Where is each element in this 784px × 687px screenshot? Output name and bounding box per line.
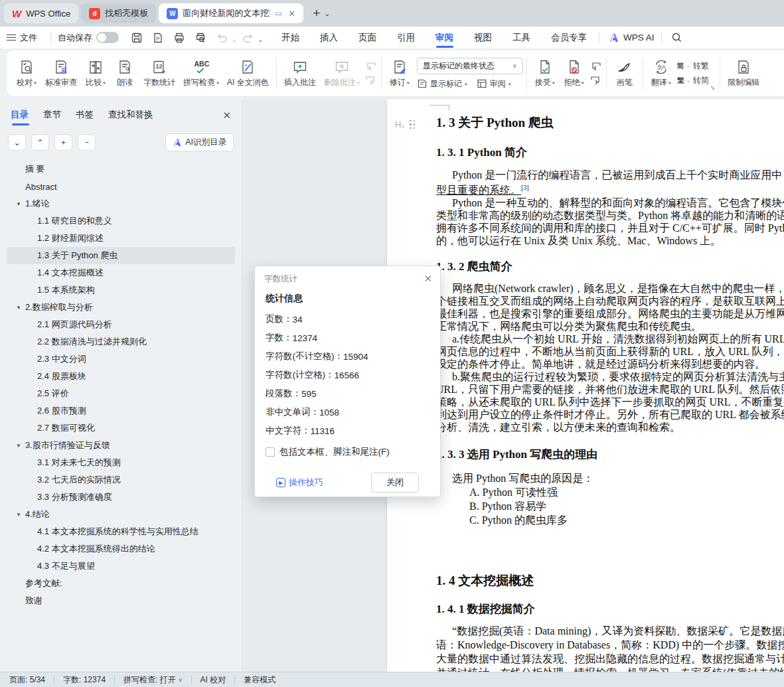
toc-item[interactable]: 3.3 分析预测准确度 xyxy=(7,489,235,506)
toc-collapse-down-button[interactable]: ⌄ xyxy=(8,134,26,151)
sidebar-tab-书签[interactable]: 书签 xyxy=(76,109,94,127)
export-pdf-icon[interactable]: P xyxy=(149,31,167,45)
toc-item[interactable]: 3.2 七天后的实际情况 xyxy=(7,471,235,489)
toc-collapse-up-button[interactable]: ⌃ xyxy=(31,134,49,151)
status-item[interactable]: 字数: 12374 xyxy=(63,674,106,686)
toc-collapse-button[interactable]: － xyxy=(78,134,96,151)
include-footnotes-checkbox-row[interactable]: 包括文本框、脚注和尾注(F) xyxy=(266,446,430,458)
word-count-button[interactable]: 12 字数统计 xyxy=(139,56,179,91)
toc-item[interactable]: 2.6 股市预测 xyxy=(7,402,235,420)
toc-item[interactable]: 4.2 本文本挖掘系统得出的结论 xyxy=(7,540,235,558)
to-simplified-button[interactable]: 繁→ 转简 xyxy=(677,75,709,86)
toc-item[interactable]: 1.2 财经新闻综述 xyxy=(7,230,235,247)
tab-list-chevron-icon[interactable]: ⌄ xyxy=(324,9,330,18)
tab-close-icon[interactable]: ✕ xyxy=(288,9,295,19)
heading-level-badge[interactable]: H₂ xyxy=(395,117,416,132)
review-pane-button[interactable]: 审阅▾ xyxy=(477,78,511,90)
sidebar-tab-章节[interactable]: 章节 xyxy=(43,109,61,127)
hamburger-menu-icon[interactable] xyxy=(7,33,16,42)
reject-button[interactable]: 拒绝▾ xyxy=(560,56,589,91)
toc-item[interactable]: Abstract xyxy=(7,178,235,195)
toc-item[interactable]: ▼1.绪论 xyxy=(7,195,235,212)
track-changes-button[interactable]: 修订▾ xyxy=(385,56,414,91)
toc-item[interactable]: ▼3.股市行情验证与反馈 xyxy=(7,437,235,454)
tab-document-active[interactable]: W 面向财经新闻的文本挖掘系统 ▭ ✕ xyxy=(159,3,303,23)
save-icon[interactable] xyxy=(128,31,145,45)
undo-chevron-icon[interactable]: ⌄ xyxy=(232,37,237,43)
previous-comment-icon[interactable] xyxy=(365,62,376,72)
status-item[interactable]: AI 校对 xyxy=(200,674,226,686)
toc-item[interactable]: 1.5 本系统架构 xyxy=(7,281,235,299)
toc-item[interactable]: 1.3 关于 Python 爬虫 xyxy=(7,247,235,264)
toc-item[interactable]: 参考文献: xyxy=(7,575,235,592)
toc-expand-button[interactable]: ＋ xyxy=(54,134,72,151)
tab-window-icon[interactable]: ▭ xyxy=(275,9,282,17)
menu-tab-开始[interactable]: 开始 xyxy=(280,27,301,48)
print-icon[interactable] xyxy=(171,31,188,45)
expand-arrow-icon[interactable]: ▼ xyxy=(16,201,21,207)
status-item[interactable]: 拼写检查: 打开∨ xyxy=(123,674,183,686)
toc-item[interactable]: ▼2.数据榨取与分析 xyxy=(7,299,235,316)
markup-state-dropdown[interactable]: 显示标记的最终状态 ∨ xyxy=(417,58,523,74)
toc-item[interactable]: 2.2 数据清洗与过滤并规则化 xyxy=(7,333,235,350)
close-button[interactable]: 关闭 xyxy=(371,473,419,493)
toc-item[interactable]: 2.1 网页源代码分析 xyxy=(7,316,235,333)
delete-comment-button[interactable]: 删除批注▾ xyxy=(320,56,364,91)
dialog-close-icon[interactable]: ✕ xyxy=(424,273,432,285)
status-item[interactable]: 页面: 5/34 xyxy=(9,674,45,686)
to-traditional-button[interactable]: 简→ 转繁 xyxy=(677,60,709,72)
spell-check-button[interactable]: ABC 拼写检查▾ xyxy=(179,56,223,91)
menu-tab-视图[interactable]: 视图 xyxy=(473,27,493,48)
tips-link[interactable]: ▶ 操作技巧 xyxy=(276,477,323,489)
toc-item[interactable]: 4.1 本文本挖掘系统的科学性与实用性总结 xyxy=(7,523,235,540)
toc-item[interactable]: ▼4.结论 xyxy=(7,506,235,523)
insert-comment-button[interactable]: 插入批注 xyxy=(280,56,320,91)
group-dialog-launcher-icon[interactable]: ⇘ xyxy=(710,84,716,91)
new-tab-button[interactable]: + xyxy=(313,6,320,21)
sidebar-close-icon[interactable]: ✕ xyxy=(222,110,231,127)
toc-item[interactable]: 致谢 xyxy=(7,592,235,609)
expand-arrow-icon[interactable]: ▼ xyxy=(16,443,21,449)
autosave-toggle[interactable] xyxy=(96,32,119,43)
menu-tab-引用[interactable]: 引用 xyxy=(396,27,416,48)
show-markup-button[interactable]: 显示标记▾ xyxy=(417,78,467,90)
search-icon[interactable] xyxy=(668,31,686,45)
accept-button[interactable]: 接受▾ xyxy=(530,56,560,91)
sidebar-tab-目录[interactable]: 目录 xyxy=(11,109,29,127)
menu-tab-会员专享[interactable]: 会员专享 xyxy=(550,27,588,48)
toolbar-more-chevron-icon[interactable]: ⌄ xyxy=(258,37,264,43)
drag-handle-icon[interactable] xyxy=(410,120,416,130)
toc-item[interactable]: 2.7 数据可视化 xyxy=(7,420,235,437)
standard-review-button[interactable]: 标准审查 xyxy=(41,56,81,91)
toc-item[interactable]: 2.4 股票板块 xyxy=(7,368,235,385)
next-comment-icon[interactable] xyxy=(365,76,376,86)
document-page[interactable]: H₂1. 3 关于 Python 爬虫1. 3. 1 Python 简介Pyth… xyxy=(387,100,784,672)
file-menu[interactable]: 文件 xyxy=(20,32,37,44)
toc-item[interactable]: 4.3 不足与展望 xyxy=(7,558,235,575)
tab-docer-templates[interactable]: d 找稻壳模板 xyxy=(81,3,156,23)
next-revision-icon[interactable] xyxy=(590,76,601,86)
toc-item[interactable]: 3.1 对未来七天的预测 xyxy=(7,454,235,471)
translate-button[interactable]: 文A 翻译▾ xyxy=(647,56,676,91)
sidebar-tab-查找和替换[interactable]: 查找和替换 xyxy=(108,109,153,127)
toc-item[interactable]: 1.4 文本挖掘概述 xyxy=(7,264,235,281)
redo-icon[interactable] xyxy=(240,31,257,45)
toc-item[interactable]: 摘 要 xyxy=(7,161,235,178)
dialog-titlebar[interactable]: 字数统计 ✕ xyxy=(255,266,440,287)
expand-arrow-icon[interactable]: ▼ xyxy=(16,512,21,518)
chevron-down-icon[interactable]: ∨ xyxy=(179,677,183,683)
checkbox-icon[interactable] xyxy=(266,447,275,457)
wps-ai-button[interactable]: WPS AI xyxy=(609,33,655,42)
tab-wps-office[interactable]: W WPS Office xyxy=(4,3,78,23)
previous-revision-icon[interactable] xyxy=(590,62,601,72)
read-aloud-button[interactable]: 朗读 xyxy=(110,56,139,91)
menu-tab-插入[interactable]: 插入 xyxy=(319,27,339,48)
toc-item[interactable]: 1.1 研究目的和意义 xyxy=(7,212,235,230)
undo-icon[interactable] xyxy=(213,31,230,45)
ink-brush-button[interactable]: 画笔 xyxy=(610,56,639,91)
restrict-edit-button[interactable]: 限制编辑 xyxy=(724,56,763,91)
compare-button[interactable]: 比较▾ xyxy=(81,56,110,91)
toc-item[interactable]: 2.5 评价 xyxy=(7,385,235,402)
print-preview-icon[interactable] xyxy=(192,31,209,45)
ai-recognize-toc-button[interactable]: AI识别目录 xyxy=(165,133,234,151)
